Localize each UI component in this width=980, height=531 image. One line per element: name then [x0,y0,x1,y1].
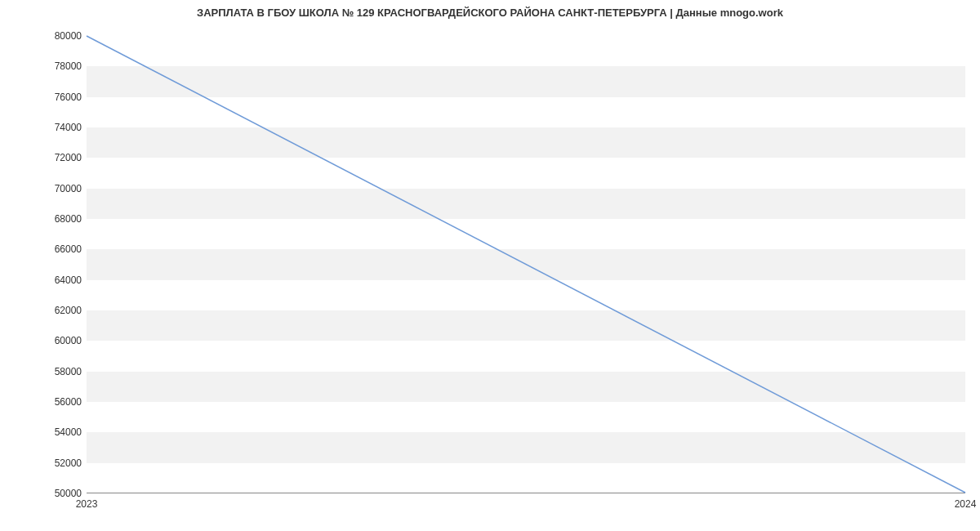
x-tick-label: 2024 [955,498,977,510]
y-tick-label: 50000 [8,488,82,499]
y-tick-label: 52000 [8,457,82,469]
plot-area [87,36,965,493]
y-tick-label: 60000 [8,335,82,346]
y-tick-label: 64000 [8,274,82,286]
y-tick-label: 54000 [8,426,82,438]
chart-container: ЗАРПЛАТА В ГБОУ ШКОЛА № 129 КРАСНОГВАРДЕ… [0,0,980,531]
y-tick-label: 66000 [8,243,82,255]
y-tick-label: 80000 [8,30,82,42]
y-tick-label: 58000 [8,366,82,377]
chart-title: ЗАРПЛАТА В ГБОУ ШКОЛА № 129 КРАСНОГВАРДЕ… [0,7,980,19]
y-tick-label: 56000 [8,396,82,408]
y-tick-label: 78000 [8,60,82,72]
x-tick-label: 2023 [76,498,98,510]
y-tick-label: 70000 [8,183,82,194]
y-tick-label: 76000 [8,91,82,103]
series-line [87,36,965,493]
y-tick-label: 74000 [8,122,82,133]
y-tick-label: 62000 [8,305,82,316]
y-tick-label: 68000 [8,213,82,225]
y-tick-label: 72000 [8,152,82,163]
line-layer [87,36,965,493]
